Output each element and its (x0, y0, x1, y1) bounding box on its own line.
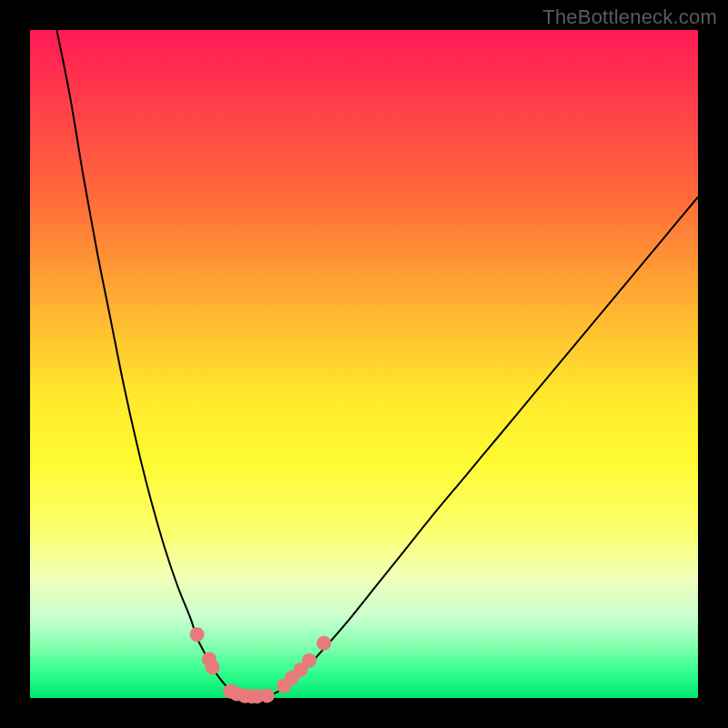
data-marker (190, 627, 205, 642)
data-marker (205, 660, 219, 674)
data-markers (190, 627, 331, 703)
data-marker (302, 653, 317, 668)
frame: TheBottleneck.com (0, 0, 728, 728)
right-curve (270, 197, 698, 696)
watermark-label: TheBottleneck.com (542, 5, 717, 29)
chart-svg (30, 30, 698, 698)
data-marker (260, 688, 275, 703)
data-marker (317, 636, 331, 651)
left-curve (56, 30, 237, 694)
